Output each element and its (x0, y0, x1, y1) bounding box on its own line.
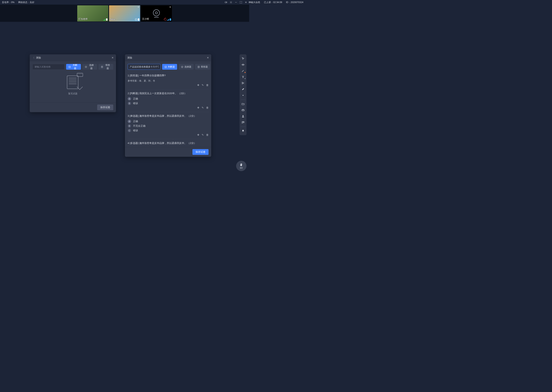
svg-point-22 (244, 122, 244, 122)
delete-icon[interactable]: 🗑 (206, 106, 209, 109)
delete-icon[interactable]: 🗑 (206, 84, 209, 86)
video-strip: 叮当老师 ✕ Nina ✕ 王小明 (0, 5, 249, 22)
add-truefalse-button[interactable]: 判断题 (66, 64, 81, 70)
mic-muted-icon (164, 18, 166, 21)
svg-point-1 (231, 2, 231, 3)
minimize-icon[interactable] (235, 1, 237, 4)
mic-icon (138, 18, 139, 21)
panel-title: 测验 (36, 56, 41, 60)
move-tool-icon[interactable] (240, 62, 246, 67)
video-tile[interactable]: ✕ Nina (109, 5, 140, 21)
question-option[interactable]: A正确 (128, 97, 209, 100)
move-icon[interactable]: ✥ (197, 106, 199, 109)
quiz-panel-right: 测验 ✕ 判断题 选择题 简答题 1 [简答题] 一年四季分别是哪四季?参考答案… (125, 54, 211, 157)
question-list: 1 [简答题] 一年四季分别是哪四季?参考答案：春、夏、秋、冬✥✎🗑2 [判断题… (128, 72, 210, 144)
save-quiz-button[interactable]: 保存试卷 (192, 149, 209, 155)
add-truefalse-button[interactable]: 判断题 (162, 64, 177, 70)
svg-rect-0 (225, 2, 226, 3)
main-area: 〈 测验 ✕ 判断题 选择题 简答题 暂无试题 保存试卷 测验 (0, 22, 249, 177)
svg-point-17 (243, 95, 244, 96)
move-icon[interactable]: ✥ (197, 133, 199, 136)
hand-count: 0/2 (240, 167, 243, 169)
option-text: 错误 (133, 102, 138, 105)
panel-close-icon[interactable]: ✕ (112, 56, 114, 59)
participant-name: 王小明 (142, 17, 149, 21)
fullscreen-icon[interactable] (240, 1, 242, 4)
option-text: 正确 (133, 97, 138, 100)
tile-close-icon[interactable]: ✕ (169, 6, 171, 8)
option-text: 正确 (133, 120, 138, 123)
question-actions: ✥✎🗑 (128, 133, 209, 136)
text-tool-icon[interactable]: T (240, 74, 246, 80)
chat-icon[interactable] (240, 120, 246, 125)
folder-icon[interactable] (240, 101, 246, 107)
question-title: 3 [单选题] 施华洛世奇是反华品牌，所以梁鼎琪反华。 （2分） (128, 114, 209, 118)
question-title: 4 [多选题] 施华洛世奇是反华品牌，所以梁鼎琪反华。 （2分） (128, 141, 209, 144)
move-icon[interactable]: ✥ (197, 84, 199, 86)
question-option[interactable]: B不完全正确 (128, 124, 209, 128)
network-status: 网络状态：良好 (18, 1, 34, 4)
brightness-tool-icon[interactable] (240, 93, 246, 98)
quiz-name-input[interactable] (128, 64, 161, 70)
question-actions: ✥✎🗑 (128, 84, 209, 86)
delete-icon[interactable]: 🗑 (206, 133, 209, 136)
save-quiz-button[interactable]: 保存试卷 (97, 105, 113, 110)
video-tile[interactable]: ✕ 王小明 (141, 5, 172, 21)
bell-icon[interactable] (240, 128, 246, 133)
question-item: 1 [简答题] 一年四季分别是哪四季?参考答案：春、夏、秋、冬✥✎🗑 (128, 72, 209, 89)
camera-toggle-icon[interactable] (225, 1, 227, 4)
empty-state: 暂无试题 (32, 70, 113, 100)
class-title: 神秘大自然 (249, 1, 249, 4)
svg-point-19 (242, 115, 243, 116)
edit-icon[interactable]: ✎ (202, 133, 204, 136)
pointer-tool-icon[interactable] (240, 56, 246, 61)
svg-point-20 (242, 122, 243, 122)
scissors-tool-icon[interactable] (240, 80, 246, 86)
mic-icon (106, 18, 108, 21)
quiz-name-input[interactable] (32, 64, 65, 70)
question-option[interactable]: B错误 (128, 102, 209, 105)
option-text: 错误 (133, 129, 138, 132)
participant-name: 叮当老师 (78, 17, 87, 21)
add-short-answer-button[interactable]: 简答题 (99, 64, 113, 70)
question-title: 2 [判断题] 我国宪法上一次更新是在2020年。 （2分） (128, 92, 209, 95)
hand-icon (240, 163, 243, 167)
edit-icon[interactable]: ✎ (202, 84, 204, 86)
question-item: 3 [单选题] 施华洛世奇是反华品牌，所以梁鼎琪反华。 （2分）A正确B不完全正… (128, 112, 209, 139)
edit-icon[interactable]: ✎ (202, 106, 204, 109)
option-letter: B (128, 124, 131, 128)
back-icon[interactable]: 〈 (32, 56, 35, 60)
option-text: 不完全正确 (133, 124, 145, 128)
pen-tool-icon[interactable] (240, 68, 246, 73)
question-answer: 参考答案：春、夏、秋、冬 (128, 79, 209, 83)
add-choice-button[interactable]: 选择题 (179, 64, 194, 70)
tile-close-icon[interactable]: ✕ (138, 6, 139, 8)
toolbox-icon[interactable] (240, 107, 246, 113)
question-option[interactable]: A正确 (128, 120, 209, 123)
mic-icon (170, 18, 171, 21)
split-badge-icon (135, 18, 137, 21)
close-window-icon[interactable] (245, 1, 247, 4)
participant-name: Nina (110, 18, 115, 21)
person-icon[interactable] (240, 113, 246, 119)
option-letter: C (128, 129, 131, 132)
add-short-answer-button[interactable]: 简答题 (195, 64, 210, 70)
option-letter: A (128, 97, 131, 100)
panel-title: 测验 (127, 56, 132, 60)
raise-hand-button[interactable]: 0/2 (236, 161, 247, 171)
question-item: 2 [判断题] 我国宪法上一次更新是在2020年。 （2分）A正确B错误✥✎🗑 (128, 89, 209, 112)
panel-close-icon[interactable]: ✕ (207, 56, 209, 59)
topbar: 丢包率：0% 网络状态：良好 神秘大自然 已上课：02:34:09 ID：202… (0, 0, 249, 5)
option-letter: A (128, 120, 131, 123)
empty-text: 暂无试题 (68, 92, 77, 95)
video-tile[interactable]: 叮当老师 (77, 5, 108, 21)
option-letter: B (128, 102, 131, 105)
settings-icon[interactable] (230, 1, 232, 4)
question-actions: ✥✎🗑 (128, 106, 209, 109)
packet-loss: 丢包率：0% (2, 1, 14, 4)
question-title: 1 [简答题] 一年四季分别是哪四季? (128, 74, 209, 77)
question-item: 4 [多选题] 施华洛世奇是反华品牌，所以梁鼎琪反华。 （2分）A是的B不完全正… (128, 139, 209, 144)
add-choice-button[interactable]: 选择题 (82, 64, 97, 70)
eraser-tool-icon[interactable] (240, 86, 246, 92)
question-option[interactable]: C错误 (128, 129, 209, 132)
